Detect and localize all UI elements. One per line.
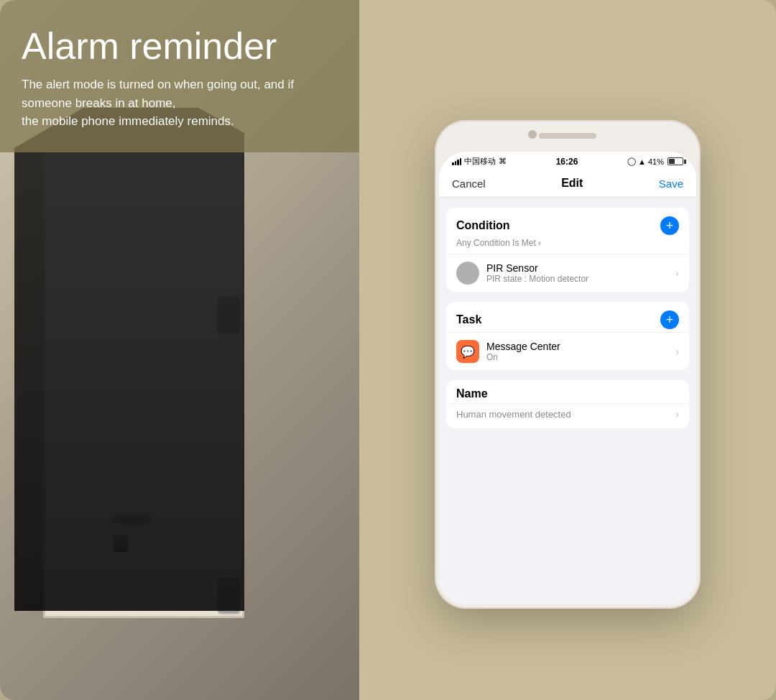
cancel-button[interactable]: Cancel bbox=[452, 178, 486, 190]
wifi-icon: ⌘ bbox=[499, 157, 507, 166]
message-center-item[interactable]: 💬 Message Center On › bbox=[446, 332, 689, 370]
save-button[interactable]: Save bbox=[659, 178, 683, 190]
phone-camera bbox=[528, 130, 537, 139]
condition-add-button[interactable]: + bbox=[660, 216, 679, 235]
battery-percent: 41% bbox=[648, 157, 664, 166]
name-value-text: Human movement detected bbox=[456, 409, 571, 420]
left-panel: Alarm reminder The alert mode is turned … bbox=[0, 0, 359, 700]
pir-sensor-item[interactable]: PIR Sensor PIR state : Motion detector › bbox=[446, 254, 689, 292]
condition-section: Condition + Any Condition Is Met › PIR S… bbox=[446, 208, 689, 292]
name-label: Name bbox=[446, 380, 689, 403]
status-time: 16:26 bbox=[556, 157, 578, 167]
task-title: Task bbox=[456, 313, 481, 326]
task-header: Task + bbox=[446, 302, 689, 332]
pir-sensor-text: PIR Sensor PIR state : Motion detector bbox=[486, 262, 668, 284]
phone-screen: 中国移动 ⌘ 16:26 ◯ ▲ 41% Cancel bbox=[439, 152, 696, 604]
signal-bar-2 bbox=[455, 161, 457, 165]
edit-title: Edit bbox=[561, 177, 583, 190]
content-area: Condition + Any Condition Is Met › PIR S… bbox=[439, 198, 696, 586]
nav-bar: Cancel Edit Save bbox=[439, 170, 696, 198]
battery-icon bbox=[668, 157, 683, 165]
message-center-icon: 💬 bbox=[456, 340, 479, 363]
signal-bar-1 bbox=[452, 162, 454, 165]
name-chevron: › bbox=[675, 408, 679, 420]
status-right: ◯ ▲ 41% bbox=[627, 157, 683, 166]
signal-bar-3 bbox=[457, 160, 459, 165]
carrier-name: 中国移动 bbox=[464, 156, 496, 167]
page-title: Alarm reminder bbox=[22, 26, 338, 67]
right-panel: 中国移动 ⌘ 16:26 ◯ ▲ 41% Cancel bbox=[359, 0, 776, 700]
condition-title: Condition bbox=[456, 219, 510, 232]
phone-speaker bbox=[539, 133, 596, 139]
condition-subtitle[interactable]: Any Condition Is Met › bbox=[446, 238, 689, 254]
message-center-status: On bbox=[486, 352, 668, 362]
burglar-figure bbox=[14, 108, 244, 611]
header-overlay: Alarm reminder The alert mode is turned … bbox=[0, 0, 359, 152]
task-section: Task + 💬 Message Center On › bbox=[446, 302, 689, 370]
name-value-row[interactable]: Human movement detected › bbox=[446, 403, 689, 428]
pir-sensor-subtitle: PIR state : Motion detector bbox=[486, 274, 668, 284]
task-add-button[interactable]: + bbox=[660, 310, 679, 329]
pir-sensor-chevron: › bbox=[675, 267, 679, 279]
status-left: 中国移动 ⌘ bbox=[452, 156, 507, 167]
pir-sensor-icon bbox=[456, 262, 479, 285]
signal-bars bbox=[452, 158, 461, 165]
condition-header: Condition + bbox=[446, 208, 689, 238]
message-center-chevron: › bbox=[675, 346, 679, 357]
battery-fill bbox=[669, 159, 675, 164]
signal-bar-4 bbox=[460, 158, 462, 165]
main-container: Alarm reminder The alert mode is turned … bbox=[0, 0, 776, 700]
phone-mockup: 中国移动 ⌘ 16:26 ◯ ▲ 41% Cancel bbox=[435, 120, 701, 609]
location-icon: ◯ bbox=[627, 157, 636, 166]
name-section: Name Human movement detected › bbox=[446, 380, 689, 428]
message-center-title: Message Center bbox=[486, 341, 668, 352]
pir-sensor-title: PIR Sensor bbox=[486, 262, 668, 274]
status-bar: 中国移动 ⌘ 16:26 ◯ ▲ 41% bbox=[439, 152, 696, 170]
signal-arrow: ▲ bbox=[638, 157, 646, 166]
page-subtitle: The alert mode is turned on when going o… bbox=[22, 75, 338, 131]
message-center-text: Message Center On bbox=[486, 341, 668, 362]
